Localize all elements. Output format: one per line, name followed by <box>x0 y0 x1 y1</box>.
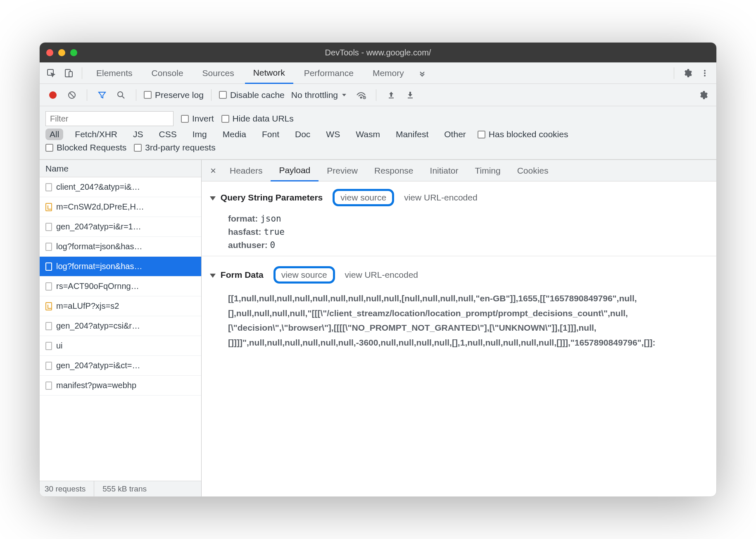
tab-elements[interactable]: Elements <box>88 62 141 83</box>
param-value: true <box>264 227 285 237</box>
tab-network[interactable]: Network <box>245 63 293 84</box>
request-row[interactable]: manifest?pwa=webhp <box>40 376 201 396</box>
network-toolbar: Preserve log Disable cache No throttling <box>40 84 716 106</box>
detail-tab-preview[interactable]: Preview <box>319 160 366 181</box>
request-row[interactable]: rs=ACT90oFqOrnng… <box>40 277 201 296</box>
svg-point-4 <box>704 72 706 74</box>
has-blocked-cookies-checkbox[interactable]: Has blocked cookies <box>478 129 568 139</box>
divider <box>82 67 82 79</box>
record-button[interactable] <box>45 88 60 103</box>
document-file-icon <box>45 183 52 191</box>
detail-tab-initiator[interactable]: Initiator <box>422 160 467 181</box>
request-label: client_204?&atyp=i&… <box>56 182 140 192</box>
throttling-select[interactable]: No throttling <box>289 90 349 100</box>
main-tab-bar: ElementsConsoleSourcesNetworkPerformance… <box>40 62 716 84</box>
request-row[interactable]: gen_204?atyp=i&r=1… <box>40 217 201 237</box>
request-row[interactable]: m=aLUfP?xjs=s2 <box>40 296 201 316</box>
disclosure-triangle-icon[interactable] <box>210 196 216 200</box>
detail-tab-cookies[interactable]: Cookies <box>509 160 557 181</box>
inspect-icon[interactable] <box>44 66 59 81</box>
svg-point-3 <box>704 70 706 72</box>
preserve-log-checkbox[interactable]: Preserve log <box>144 90 204 100</box>
svg-point-5 <box>704 75 706 76</box>
request-label: log?format=json&has… <box>56 242 142 251</box>
param-key: format: <box>228 214 258 223</box>
filter-type-js[interactable]: JS <box>129 129 147 140</box>
formdata-view-encoded-link[interactable]: view URL-encoded <box>345 270 418 280</box>
request-label: m=aLUfP?xjs=s2 <box>56 301 119 311</box>
filter-type-img[interactable]: Img <box>188 129 211 140</box>
filter-type-manifest[interactable]: Manifest <box>392 129 433 140</box>
request-row[interactable]: log?format=json&has… <box>40 237 201 257</box>
network-settings-gear-icon[interactable] <box>696 88 711 103</box>
filter-icon[interactable] <box>95 88 109 103</box>
request-label: rs=ACT90oFqOrnng… <box>56 281 139 291</box>
request-row[interactable]: client_204?&atyp=i&… <box>40 177 201 197</box>
settings-gear-icon[interactable] <box>680 66 695 81</box>
document-file-icon <box>45 243 52 251</box>
request-row[interactable]: log?format=json&has… <box>40 257 201 277</box>
filter-type-other[interactable]: Other <box>440 129 470 140</box>
query-view-encoded-link[interactable]: view URL-encoded <box>404 193 477 203</box>
invert-label: Invert <box>192 114 214 124</box>
filter-type-media[interactable]: Media <box>219 129 250 140</box>
request-row[interactable]: ui <box>40 336 201 356</box>
detail-tab-headers[interactable]: Headers <box>221 160 271 181</box>
svg-rect-11 <box>408 98 413 98</box>
disable-cache-checkbox[interactable]: Disable cache <box>219 90 285 100</box>
formdata-view-source-link[interactable]: view source <box>273 266 335 284</box>
detail-tab-timing[interactable]: Timing <box>466 160 509 181</box>
tab-console[interactable]: Console <box>143 62 192 83</box>
filter-type-css[interactable]: CSS <box>155 129 181 140</box>
detail-tab-response[interactable]: Response <box>366 160 422 181</box>
divider <box>376 89 376 101</box>
filter-type-doc[interactable]: Doc <box>291 129 314 140</box>
blocked-requests-checkbox[interactable]: Blocked Requests <box>45 143 126 153</box>
param-key: hasfast: <box>228 227 262 236</box>
request-label: gen_204?atyp=csi&r… <box>56 321 140 331</box>
document-file-icon <box>45 362 52 370</box>
tab-performance[interactable]: Performance <box>296 62 362 83</box>
request-row[interactable]: m=CnSW2d,DPreE,H… <box>40 197 201 217</box>
clear-icon[interactable] <box>64 88 79 103</box>
third-party-label: 3rd-party requests <box>145 143 215 153</box>
query-view-source-link[interactable]: view source <box>333 189 394 206</box>
tab-sources[interactable]: Sources <box>194 62 242 83</box>
query-param-row: format: json <box>202 212 716 225</box>
filter-type-wasm[interactable]: Wasm <box>352 129 384 140</box>
download-har-icon[interactable] <box>403 88 418 103</box>
tab-memory[interactable]: Memory <box>364 62 412 83</box>
filter-type-font[interactable]: Font <box>258 129 283 140</box>
request-detail-panel: × HeadersPayloadPreviewResponseInitiator… <box>202 160 716 496</box>
blocked-requests-label: Blocked Requests <box>57 143 126 153</box>
device-toggle-icon[interactable] <box>61 66 76 81</box>
network-conditions-icon[interactable] <box>354 88 368 103</box>
preserve-log-label: Preserve log <box>155 90 204 100</box>
request-label: manifest?pwa=webhp <box>56 381 136 390</box>
third-party-checkbox[interactable]: 3rd-party requests <box>134 143 215 153</box>
invert-checkbox[interactable]: Invert <box>181 114 214 124</box>
query-params-section-header: Query String Parameters view source view… <box>202 183 716 212</box>
more-tabs-chevron-icon[interactable] <box>415 66 430 81</box>
upload-har-icon[interactable] <box>384 88 399 103</box>
query-params-title: Query String Parameters <box>221 193 323 202</box>
filter-input[interactable] <box>45 111 174 126</box>
document-file-icon <box>45 382 52 390</box>
kebab-menu-icon[interactable] <box>697 66 712 81</box>
has-blocked-label: Has blocked cookies <box>489 129 568 139</box>
filter-type-fetchxhr[interactable]: Fetch/XHR <box>71 129 121 140</box>
close-detail-icon[interactable]: × <box>205 165 221 176</box>
disclosure-triangle-icon[interactable] <box>210 274 216 278</box>
filter-bar: Invert Hide data URLs AllFetch/XHRJSCSSI… <box>40 106 716 160</box>
param-key: authuser: <box>228 240 268 250</box>
request-row[interactable]: gen_204?atyp=i&ct=… <box>40 356 201 376</box>
detail-tab-payload[interactable]: Payload <box>271 160 319 181</box>
hide-data-urls-checkbox[interactable]: Hide data URLs <box>221 114 294 124</box>
request-label: m=CnSW2d,DPreE,H… <box>56 202 144 212</box>
filter-type-all[interactable]: All <box>45 129 63 140</box>
request-count: 30 requests <box>45 484 86 494</box>
search-icon[interactable] <box>114 88 128 103</box>
filter-type-ws[interactable]: WS <box>322 129 344 140</box>
request-footer: 30 requests 555 kB trans <box>40 481 201 496</box>
request-row[interactable]: gen_204?atyp=csi&r… <box>40 316 201 336</box>
